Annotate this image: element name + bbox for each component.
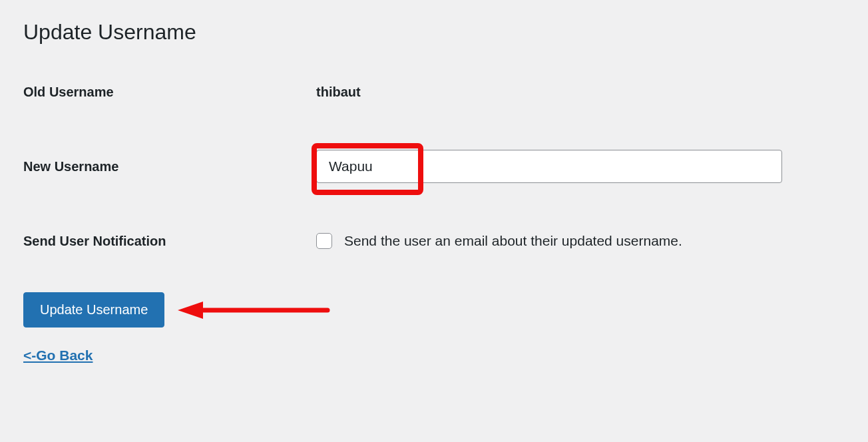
new-username-row: New Username [23, 150, 845, 183]
update-username-button[interactable]: Update Username [23, 292, 164, 328]
notification-checkbox[interactable] [316, 233, 332, 249]
notification-label: Send User Notification [23, 234, 316, 249]
new-username-label: New Username [23, 159, 316, 174]
svg-marker-1 [178, 302, 203, 319]
old-username-row: Old Username thibaut [23, 85, 845, 100]
old-username-value: thibaut [316, 85, 361, 99]
notification-checkbox-label: Send the user an email about their updat… [344, 233, 682, 249]
arrow-annotation [178, 300, 331, 320]
button-row: Update Username [23, 292, 845, 328]
go-back-link[interactable]: <-Go Back [23, 347, 93, 363]
old-username-label: Old Username [23, 85, 316, 100]
page-title: Update Username [23, 20, 845, 45]
notification-row: Send User Notification Send the user an … [23, 233, 845, 249]
new-username-input[interactable] [316, 150, 782, 183]
